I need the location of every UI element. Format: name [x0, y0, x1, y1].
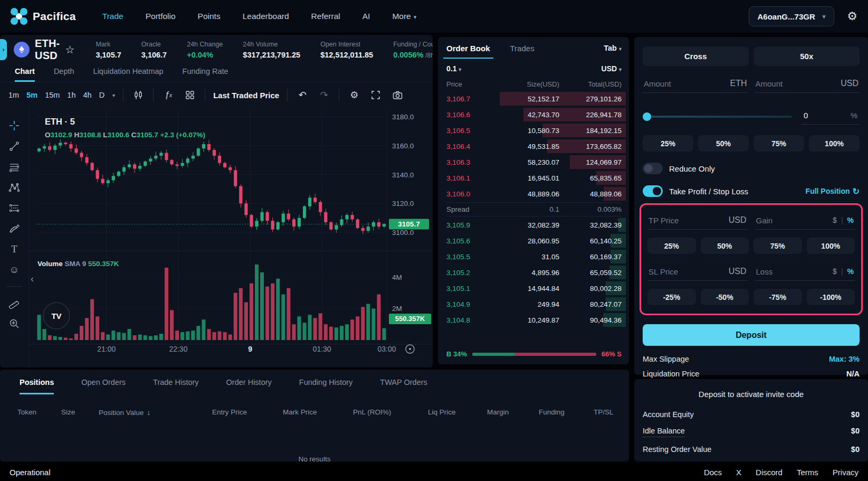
max-slippage-value[interactable]: Max: 3% [829, 355, 860, 363]
tp-75pct[interactable]: 75% [753, 238, 802, 254]
pattern-tool-icon[interactable] [8, 181, 21, 194]
nav-item-points[interactable]: Points [198, 12, 221, 21]
bid-row[interactable]: 3,104.810,249.8790,494.36 [446, 312, 622, 328]
size-slider[interactable] [643, 112, 792, 121]
ask-row[interactable]: 3,106.510,580.73184,192.15 [446, 122, 622, 138]
brand[interactable]: Pacifica [11, 8, 76, 25]
layout-grid-icon[interactable] [183, 88, 197, 102]
bid-row[interactable]: 3,105.932,082.3932,082.39 [446, 217, 622, 233]
sl-neg100pct[interactable]: -100% [807, 289, 855, 305]
status-link-discord[interactable]: Discord [756, 468, 783, 477]
margin-mode-button[interactable]: Cross [643, 46, 749, 66]
candle-style-icon[interactable] [131, 88, 145, 102]
column-size[interactable]: Size [61, 408, 99, 417]
leverage-button[interactable]: 50x [754, 46, 860, 66]
orderbook-tab-selector[interactable]: Tab ▾ [604, 44, 622, 52]
ask-row[interactable]: 3,106.358,230.07124,069.97 [446, 154, 622, 170]
sort-arrow-icon[interactable]: ↓ [147, 408, 150, 417]
full-position-link[interactable]: Full Position↻ [806, 186, 860, 196]
text-tool-icon[interactable]: T [8, 243, 21, 256]
column-funding[interactable]: Funding [539, 408, 594, 417]
bid-row[interactable]: 3,105.531.0560,169.37 [446, 249, 622, 265]
tab-trades[interactable]: Trades [510, 38, 535, 59]
fullscreen-icon[interactable] [369, 88, 383, 102]
nav-item-ai[interactable]: AI [363, 12, 370, 21]
horizontal-lines-tool-icon[interactable] [8, 161, 21, 173]
undo-icon[interactable]: ↶ [295, 88, 309, 102]
column-liq-price[interactable]: Liq Price [428, 408, 487, 417]
column-margin[interactable]: Margin [487, 408, 539, 417]
indicators-fx-icon[interactable]: ƒx [161, 88, 175, 102]
fib-tool-icon[interactable] [8, 202, 21, 214]
brush-tool-icon[interactable] [8, 222, 21, 235]
gain-percent-mode[interactable]: % [847, 216, 854, 224]
nav-item-more[interactable]: More▾ [392, 12, 416, 21]
bid-row[interactable]: 3,104.9249.9480,247.07 [446, 296, 622, 312]
tab-funding-history[interactable]: Funding History [299, 378, 353, 394]
chart-settings-gear-icon[interactable]: ⚙ [347, 88, 361, 102]
tp-50pct[interactable]: 50% [701, 238, 749, 254]
timeframe-5m[interactable]: 5m [26, 91, 37, 99]
price-mode-button[interactable]: Last Traded Price [213, 91, 279, 100]
emoji-tool-icon[interactable]: ☺ [8, 263, 21, 276]
tp-price-input[interactable]: TP Price USD [647, 211, 748, 230]
tab-trade-history[interactable]: Trade History [153, 378, 198, 394]
price-chart[interactable]: 21:0022:30901:3003:003180.03160.03140.03… [29, 108, 433, 367]
timeframe-D[interactable]: D [99, 91, 104, 99]
ask-row[interactable]: 3,106.642,743.70226,941.78 [446, 107, 622, 122]
sl-neg75pct[interactable]: -75% [753, 289, 802, 305]
size-25pct[interactable]: 25% [643, 135, 693, 152]
market-symbol[interactable]: ETH-USD [35, 37, 60, 62]
timeframe-1m[interactable]: 1m [8, 91, 19, 99]
unit-dropdown[interactable]: USD ▾ [602, 64, 622, 73]
nav-item-trade[interactable]: Trade [102, 12, 123, 21]
status-link-terms[interactable]: Terms [797, 468, 818, 477]
ruler-tool-icon[interactable] [8, 297, 21, 309]
slider-thumb[interactable] [643, 112, 651, 121]
trendline-tool-icon[interactable] [8, 140, 21, 153]
sl-price-input[interactable]: SL Price USD [647, 262, 748, 281]
tp-gain-input[interactable]: Gain $ | % [755, 211, 855, 230]
ask-row[interactable]: 3,106.116,945.0165,835.65 [446, 170, 622, 186]
timeframe-15m[interactable]: 15m [45, 91, 60, 99]
tab-positions[interactable]: Positions [20, 378, 54, 394]
crosshair-tool-icon[interactable] [8, 119, 21, 132]
status-link-privacy[interactable]: Privacy [833, 468, 859, 477]
loss-dollar-mode[interactable]: $ [833, 267, 837, 276]
nav-item-referral[interactable]: Referral [311, 12, 340, 21]
slider-value-input[interactable]: 0 % [802, 109, 860, 125]
tab-funding-rate[interactable]: Funding Rate [183, 67, 228, 82]
tpsl-toggle[interactable] [643, 185, 663, 197]
sl-neg25pct[interactable]: -25% [647, 289, 696, 305]
timeframe-1h[interactable]: 1h [67, 91, 75, 99]
timeframe-more-chevron-icon[interactable]: ▾ [112, 92, 115, 98]
column-token[interactable]: Token [17, 408, 61, 417]
deposit-button[interactable]: Deposit [643, 324, 860, 346]
ask-row[interactable]: 3,106.752,152.17279,101.26 [446, 91, 622, 107]
favorite-star-icon[interactable]: ☆ [65, 43, 74, 56]
sl-neg50pct[interactable]: -50% [701, 289, 749, 305]
reduce-only-toggle[interactable] [643, 163, 663, 174]
sl-loss-input[interactable]: Loss $ | % [755, 262, 855, 281]
status-link-docs[interactable]: Docs [704, 468, 722, 477]
tab-twap-orders[interactable]: TWAP Orders [380, 378, 427, 394]
amount-quote-input[interactable]: Amount USD [755, 74, 860, 93]
status-link-x[interactable]: X [736, 468, 741, 477]
size-100pct[interactable]: 100% [809, 135, 860, 152]
bid-row[interactable]: 3,105.114,944.8480,002.28 [446, 280, 622, 296]
tab-order-book[interactable]: Order Book [446, 38, 490, 59]
column-mark-price[interactable]: Mark Price [283, 408, 353, 417]
tab-liquidation-heatmap[interactable]: Liquidation Heatmap [93, 67, 164, 82]
timeframe-4h[interactable]: 4h [83, 91, 91, 99]
zoom-in-tool-icon[interactable] [8, 317, 21, 330]
nav-item-portfolio[interactable]: Portfolio [146, 12, 176, 21]
redo-icon[interactable]: ↷ [317, 88, 331, 102]
tab-depth[interactable]: Depth [54, 67, 74, 82]
size-75pct[interactable]: 75% [753, 135, 804, 152]
tab-open-orders[interactable]: Open Orders [81, 378, 126, 394]
ask-row[interactable]: 3,106.048,889.0648,889.06 [446, 186, 622, 202]
loss-percent-mode[interactable]: % [847, 267, 854, 276]
size-50pct[interactable]: 50% [698, 135, 749, 152]
settings-gear-icon[interactable]: ⚙ [847, 10, 857, 23]
market-list-expand-tab[interactable]: › [0, 39, 7, 60]
